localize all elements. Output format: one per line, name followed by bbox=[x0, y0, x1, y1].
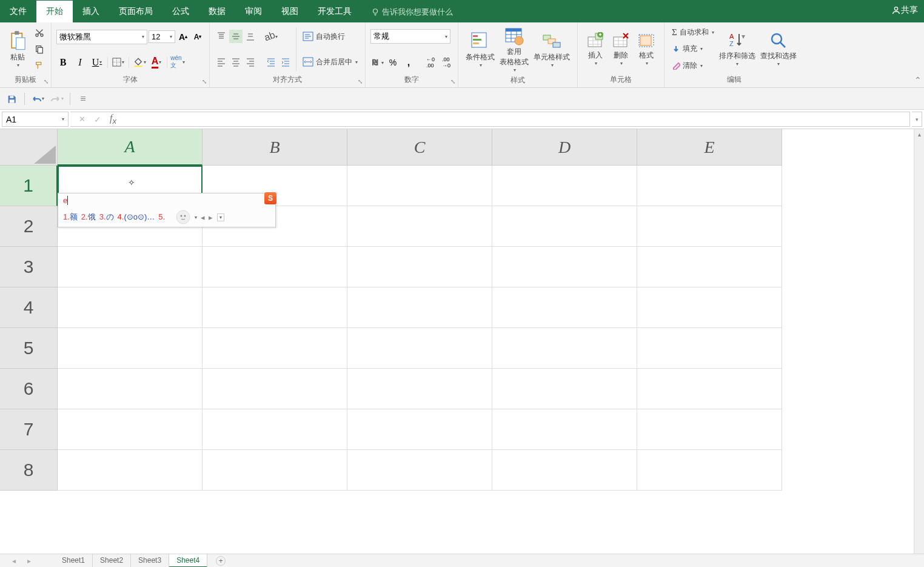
row-header[interactable]: 8 bbox=[0, 450, 58, 491]
paste-button[interactable]: 粘贴 ▾ bbox=[5, 25, 30, 73]
find-select-button[interactable]: 查找和选择▾ bbox=[758, 25, 799, 73]
conditional-format-button[interactable]: 条件格式▾ bbox=[463, 25, 497, 74]
align-middle-button[interactable] bbox=[229, 30, 243, 43]
cell[interactable] bbox=[492, 166, 637, 206]
cell[interactable] bbox=[203, 369, 347, 409]
dialog-launcher-icon[interactable]: ⤡ bbox=[358, 78, 363, 85]
align-bottom-button[interactable] bbox=[244, 30, 257, 43]
row-header[interactable]: 4 bbox=[0, 287, 58, 328]
tab-insert[interactable]: 插入 bbox=[73, 1, 109, 22]
customize-qat-button[interactable]: ≡ bbox=[76, 92, 90, 106]
cell[interactable] bbox=[347, 206, 492, 247]
sheet-nav-next-icon[interactable]: ▸ bbox=[27, 557, 31, 565]
cell[interactable] bbox=[492, 287, 637, 328]
column-header[interactable]: D bbox=[492, 129, 637, 166]
font-name-combo[interactable]: 微软雅黑▾ bbox=[56, 30, 147, 44]
cell[interactable] bbox=[347, 166, 492, 206]
table-format-button[interactable]: 套用 表格格式▾ bbox=[497, 25, 531, 74]
increase-font-button[interactable]: A▴ bbox=[176, 30, 190, 44]
column-header[interactable]: E bbox=[637, 129, 782, 166]
chevron-down-icon[interactable]: ▾ bbox=[195, 215, 197, 220]
currency-button[interactable]: ₪▾ bbox=[370, 56, 384, 69]
tab-data[interactable]: 数据 bbox=[199, 1, 235, 22]
sheet-tab[interactable]: Sheet2 bbox=[93, 554, 131, 568]
cut-button[interactable] bbox=[33, 26, 46, 39]
tab-home[interactable]: 开始 bbox=[36, 1, 73, 22]
row-header[interactable]: 2 bbox=[0, 206, 58, 247]
percent-button[interactable]: % bbox=[386, 56, 400, 69]
cell[interactable] bbox=[347, 409, 492, 450]
sheet-tab[interactable]: Sheet1 bbox=[55, 554, 93, 568]
align-top-button[interactable] bbox=[215, 30, 228, 43]
underline-button[interactable]: U▾ bbox=[90, 56, 104, 69]
decrease-indent-button[interactable] bbox=[264, 55, 278, 69]
ime-page-prev-icon[interactable]: ◂ bbox=[201, 213, 205, 222]
new-sheet-button[interactable]: + bbox=[216, 556, 226, 566]
cell[interactable] bbox=[637, 409, 782, 450]
collapse-ribbon-icon[interactable]: ⌃ bbox=[914, 75, 922, 85]
sheet-tab[interactable]: Sheet4 bbox=[169, 554, 207, 568]
cell[interactable] bbox=[637, 206, 782, 247]
sort-filter-button[interactable]: AZ 排序和筛选▾ bbox=[717, 25, 758, 73]
cell[interactable] bbox=[637, 166, 782, 206]
cell[interactable] bbox=[203, 450, 347, 491]
cell[interactable] bbox=[58, 287, 203, 328]
ime-candidates[interactable]: 1.额2.饿3.の4.(⊙o⊙)…5. bbox=[63, 212, 169, 223]
comma-button[interactable]: , bbox=[402, 56, 415, 69]
increase-decimal-button[interactable]: ←0.00 bbox=[424, 56, 437, 69]
cell[interactable] bbox=[203, 287, 347, 328]
cell-styles-button[interactable]: 单元格样式▾ bbox=[531, 25, 572, 74]
cell[interactable] bbox=[637, 369, 782, 409]
autosum-button[interactable]: Σ自动求和▾ bbox=[669, 26, 717, 39]
tab-layout[interactable]: 页面布局 bbox=[109, 1, 162, 22]
cell[interactable] bbox=[492, 247, 637, 287]
cell[interactable] bbox=[637, 328, 782, 369]
phonetic-button[interactable]: wén文▾ bbox=[171, 56, 184, 69]
confirm-edit-icon[interactable]: ✓ bbox=[94, 115, 101, 124]
cell[interactable] bbox=[347, 287, 492, 328]
cell[interactable] bbox=[492, 369, 637, 409]
tell-me[interactable]: 告诉我你想要做什么 bbox=[365, 7, 459, 18]
fx-icon[interactable]: fx bbox=[110, 113, 116, 126]
clear-button[interactable]: 清除▾ bbox=[669, 59, 717, 72]
increase-indent-button[interactable] bbox=[279, 55, 292, 69]
row-header[interactable]: 6 bbox=[0, 369, 58, 409]
row-header[interactable]: 7 bbox=[0, 409, 58, 450]
font-size-combo[interactable]: 12▾ bbox=[149, 30, 175, 43]
cell[interactable] bbox=[347, 328, 492, 369]
dialog-launcher-icon[interactable]: ⤡ bbox=[450, 78, 455, 85]
cell[interactable] bbox=[637, 247, 782, 287]
dialog-launcher-icon[interactable]: ⤡ bbox=[44, 78, 49, 85]
cell[interactable] bbox=[492, 328, 637, 369]
scroll-up-icon[interactable]: ▴ bbox=[914, 129, 924, 139]
cell[interactable] bbox=[492, 450, 637, 491]
fill-button[interactable]: 填充▾ bbox=[669, 42, 717, 55]
insert-cell-button[interactable]: 插入▾ bbox=[583, 25, 608, 73]
cancel-edit-icon[interactable]: ✕ bbox=[79, 115, 85, 124]
cell[interactable] bbox=[492, 409, 637, 450]
cell[interactable] bbox=[58, 409, 203, 450]
cell[interactable] bbox=[347, 450, 492, 491]
tab-file[interactable]: 文件 bbox=[0, 1, 36, 22]
cell[interactable] bbox=[637, 287, 782, 328]
select-all-corner[interactable] bbox=[0, 129, 58, 166]
chevron-down-icon[interactable]: ▾ bbox=[217, 213, 224, 221]
cell[interactable] bbox=[637, 450, 782, 491]
cell[interactable] bbox=[58, 247, 203, 287]
align-left-button[interactable] bbox=[215, 55, 228, 69]
cell[interactable] bbox=[492, 206, 637, 247]
cell[interactable] bbox=[203, 409, 347, 450]
format-cell-button[interactable]: 格式▾ bbox=[634, 25, 659, 73]
cell[interactable] bbox=[58, 450, 203, 491]
column-header[interactable]: B bbox=[203, 129, 347, 166]
merge-center-button[interactable]: 合并后居中▾ bbox=[300, 56, 360, 69]
align-right-button[interactable] bbox=[244, 55, 257, 69]
column-header[interactable]: A bbox=[58, 129, 203, 166]
share-button[interactable]: 共享 bbox=[891, 5, 918, 16]
wrap-text-button[interactable]: 自动换行 bbox=[300, 30, 360, 43]
tab-view[interactable]: 视图 bbox=[272, 1, 308, 22]
bold-button[interactable]: B bbox=[56, 56, 70, 69]
row-header[interactable]: 3 bbox=[0, 247, 58, 287]
decrease-font-button[interactable]: A▾ bbox=[191, 30, 204, 44]
fill-color-button[interactable]: ▾ bbox=[133, 56, 146, 69]
